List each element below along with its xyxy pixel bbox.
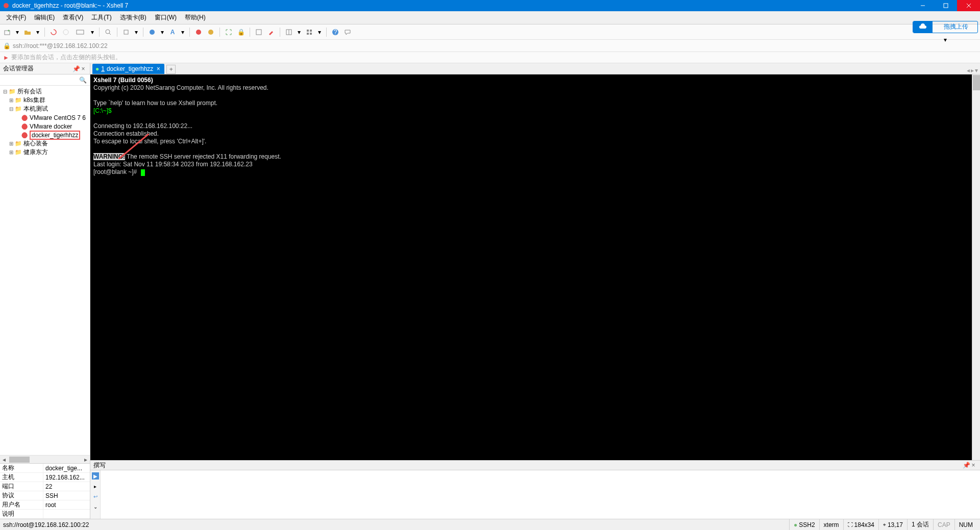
menu-edit[interactable]: 编辑(E) (30, 12, 59, 23)
status-led-icon: ● (794, 521, 797, 528)
svg-point-13 (150, 30, 155, 35)
panel-header: 会话管理器 📌 × (0, 63, 90, 74)
close-button[interactable] (957, 0, 980, 11)
tree-root[interactable]: ⊟📁所有会话 (0, 87, 90, 96)
app-icon (2, 2, 10, 10)
compose-header: 撰写 📌 × (90, 460, 980, 470)
menu-tab[interactable]: 选项卡(B) (116, 12, 151, 23)
tab-next-icon[interactable]: ▸ (971, 67, 974, 74)
pin-icon[interactable]: 📌 (963, 462, 970, 469)
open-icon[interactable] (22, 27, 33, 37)
minimize-button[interactable] (911, 0, 934, 11)
fullscreen-icon[interactable] (224, 27, 234, 37)
tree-item[interactable]: ⬤VMware CentOS 7 6 (0, 113, 90, 122)
layout-icon[interactable] (284, 27, 294, 37)
tile-icon[interactable] (304, 27, 314, 37)
search-icon: 🔍 (79, 77, 87, 84)
dropdown-icon[interactable]: ▾ (35, 29, 41, 36)
color-icon[interactable] (266, 27, 276, 37)
svg-rect-21 (307, 33, 309, 35)
font-icon[interactable]: A (167, 27, 178, 37)
tab-prev-icon[interactable]: ◂ (967, 67, 970, 74)
menu-tools[interactable]: 工具(T) (87, 12, 115, 23)
transfer-icon[interactable] (73, 27, 87, 37)
copy-icon[interactable] (121, 27, 131, 37)
tree-item[interactable]: ⊟📁本机测试 (0, 105, 90, 113)
horizontal-scrollbar[interactable]: ◂▸ (0, 455, 90, 463)
compose-panel: ▶ ▸ ↩ ⌄ (90, 470, 980, 519)
lock-icon[interactable]: 🔒 (236, 27, 246, 37)
dropdown-icon[interactable]: ▾ (14, 29, 20, 36)
svg-rect-2 (944, 4, 948, 8)
address-bar[interactable]: 🔒 ssh://root:***@192.168.162.100:22 (0, 40, 980, 52)
close-panel-icon[interactable]: × (80, 65, 87, 72)
tab-strip: ● 1 docker_tigerhhzz × + ◂ ▸ ▾ (90, 63, 980, 74)
globe-icon[interactable] (147, 27, 157, 37)
pin-icon[interactable]: 📌 (72, 65, 80, 72)
prop-value: root (43, 501, 90, 509)
dropdown-icon[interactable]: ▾ (159, 29, 165, 36)
close-compose-icon[interactable]: × (970, 462, 977, 469)
tab-active[interactable]: ● 1 docker_tigerhhzz × (92, 64, 164, 74)
options-icon[interactable] (254, 27, 264, 37)
statusbar: ssh://root@192.168.162.100:22 ●SSH2 xter… (0, 519, 980, 530)
stop-icon[interactable] (206, 27, 216, 37)
menu-view[interactable]: 查看(V) (59, 12, 87, 23)
dropdown-icon[interactable]: ▾ (316, 29, 323, 36)
svg-point-14 (196, 30, 201, 35)
new-session-icon[interactable] (2, 27, 12, 37)
status-connection: ssh://root@192.168.162.100:22 (3, 521, 789, 528)
reconnect-icon[interactable] (48, 27, 59, 37)
svg-point-10 (106, 30, 110, 34)
back-icon[interactable]: ↩ (92, 493, 99, 500)
search-bar[interactable]: 🔍 (0, 74, 90, 86)
feedback-icon[interactable] (342, 27, 353, 37)
tab-menu-icon[interactable]: ▾ (975, 67, 978, 74)
session-tree[interactable]: ⊟📁所有会话 ⊞📁k8s集群 ⊟📁本机测试 ⬤VMware CentOS 7 6… (0, 86, 90, 455)
arrow-icon[interactable]: ► (3, 54, 9, 61)
dropdown-icon[interactable]: ▾ (180, 29, 186, 36)
vertical-scrollbar[interactable] (972, 74, 980, 460)
tree-item[interactable]: ⊞📁k8s集群 (0, 96, 90, 105)
panel-title: 会话管理器 (3, 64, 72, 73)
prop-key: 用户名 (0, 500, 43, 509)
session-manager-panel: 会话管理器 📌 × 🔍 ⊟📁所有会话 ⊞📁k8s集群 ⊟📁本机测试 ⬤VMwar… (0, 63, 90, 519)
tree-item[interactable]: ⬤VMware docker (0, 122, 90, 131)
upload-label: 拖拽上传 (935, 22, 977, 31)
status-num: NUM (959, 521, 973, 528)
cursor (141, 169, 145, 176)
dropdown-icon[interactable]: ▾ (133, 29, 139, 36)
tab-close-icon[interactable]: × (155, 65, 161, 72)
forward-icon[interactable]: ▸ (92, 483, 99, 490)
terminal[interactable]: Xshell 7 (Build 0056) Copyright (c) 2020… (90, 74, 980, 460)
disconnect-icon[interactable] (61, 27, 71, 37)
menu-window[interactable]: 窗口(W) (151, 12, 181, 23)
dropdown-icon[interactable]: ▾ (942, 36, 948, 43)
menu-file[interactable]: 文件(F) (2, 12, 30, 23)
maximize-button[interactable] (934, 0, 957, 11)
menu-help[interactable]: 帮助(H) (181, 12, 210, 23)
svg-point-0 (4, 3, 9, 8)
upload-button[interactable]: 拖拽上传 (913, 21, 978, 33)
status-term: xterm (819, 519, 843, 530)
dropdown-icon[interactable]: ▾ (89, 29, 95, 36)
dropdown-icon[interactable]: ▾ (296, 29, 302, 36)
svg-line-11 (109, 33, 111, 35)
menubar: 文件(F) 编辑(E) 查看(V) 工具(T) 选项卡(B) 窗口(W) 帮助(… (0, 11, 980, 24)
titlebar: docker_tigerhhzz - root@blank:~ - Xshell… (0, 0, 980, 11)
lock-icon: 🔒 (3, 42, 11, 49)
new-tab-button[interactable]: + (166, 65, 176, 74)
record-icon[interactable] (193, 27, 204, 37)
status-ssh: SSH2 (799, 521, 815, 528)
help-icon[interactable]: ? (330, 27, 340, 37)
prop-key: 名称 (0, 464, 43, 472)
svg-point-15 (208, 30, 213, 35)
send-icon[interactable]: ▶ (92, 472, 99, 479)
tree-item[interactable]: ⊞📁核心装备 (0, 139, 90, 148)
prop-value: 22 (43, 483, 90, 490)
compose-input[interactable] (101, 470, 980, 519)
tree-item[interactable]: ⊞📁健康东方 (0, 148, 90, 157)
search-icon[interactable] (103, 27, 113, 37)
expand-icon[interactable]: ⌄ (92, 503, 99, 510)
tree-item-selected[interactable]: ⬤docker_tigerhhzz (0, 131, 90, 139)
